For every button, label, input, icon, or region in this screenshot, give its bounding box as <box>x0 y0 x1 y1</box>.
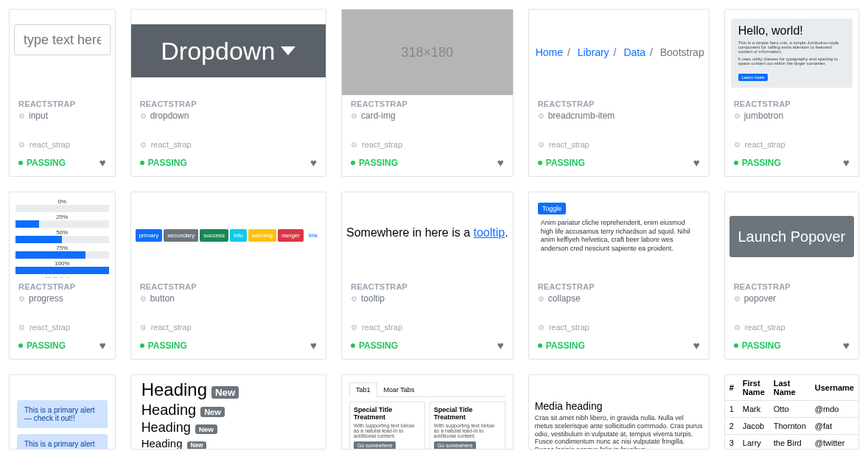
card-jumbotron[interactable]: Hello, world! This is a simple hero unit… <box>724 9 859 177</box>
panel-body: With supporting text below as a natural … <box>434 423 501 438</box>
heart-icon[interactable]: ♥ <box>99 339 106 352</box>
gear-icon: ⚙ <box>351 295 357 303</box>
gear-icon: ⚙ <box>140 112 147 120</box>
dropdown-toggle[interactable]: Dropdown <box>131 24 326 77</box>
library-label: REACTSTRAP <box>351 282 504 291</box>
gear-icon: ⚙ <box>734 324 741 332</box>
progress-track <box>15 236 109 243</box>
gear-icon: ⚙ <box>351 324 357 332</box>
table-cell: @twitter <box>811 435 858 450</box>
success-button[interactable]: success <box>200 229 228 242</box>
card-grid: REACTSTRAP ⚙input ⚙react_strap PASSING ♥… <box>9 9 859 450</box>
heading-row: Heading New <box>141 402 315 419</box>
gear-icon: ⚙ <box>538 141 545 149</box>
status-badge: PASSING <box>538 158 585 168</box>
heart-icon[interactable]: ♥ <box>99 156 106 169</box>
library-label: REACTSTRAP <box>351 99 504 108</box>
card-button[interactable]: primarysecondarysuccessinfowarningdanger… <box>130 192 326 360</box>
gear-icon: ⚙ <box>734 295 741 303</box>
gear-icon: ⚙ <box>734 112 741 120</box>
card-dropdown[interactable]: Dropdown REACTSTRAP ⚙dropdown ⚙react_str… <box>130 9 326 177</box>
heart-icon[interactable]: ♥ <box>310 156 317 169</box>
panel-title: Special Title Treatment <box>434 406 501 421</box>
alert-link[interactable]: an example link <box>40 448 94 449</box>
table-row: 3Larrythe Bird@twitter <box>725 435 858 450</box>
card-tabs[interactable]: Tab1 Moar Tabs Special Title Treatment W… <box>341 374 514 450</box>
table-cell: 2 <box>725 418 738 435</box>
author-name: react_strap <box>549 140 589 149</box>
table-row: 1MarkOtto@mdo <box>725 401 858 418</box>
tab[interactable]: Moar Tabs <box>377 382 421 396</box>
status-badge: PASSING <box>140 340 187 351</box>
go-somewhere-button[interactable]: Go somewhere <box>354 441 396 449</box>
tooltip-link[interactable]: tooltip <box>474 226 505 239</box>
table-cell: Mark <box>738 401 769 418</box>
card-media[interactable]: Media heading Cras sit amet nibh libero,… <box>528 374 710 450</box>
heart-icon[interactable]: ♥ <box>497 339 504 352</box>
table-cell: @fat <box>811 418 858 435</box>
heart-icon[interactable]: ♥ <box>310 339 317 352</box>
card-breadcrumb[interactable]: Home/ Library/ Data/ Bootstrap REACTSTRA… <box>528 9 710 177</box>
heart-icon[interactable]: ♥ <box>843 156 850 169</box>
heading-row: Heading New <box>141 437 315 449</box>
breadcrumb-link[interactable]: Home <box>536 46 563 58</box>
info-button[interactable]: info <box>230 229 247 242</box>
heart-icon[interactable]: ♥ <box>843 339 850 352</box>
progress-label: 50% <box>15 229 109 236</box>
alert-primary: This is a primary alert — check it out!! <box>17 400 108 428</box>
status-badge: PASSING <box>18 340 66 351</box>
card-collapse[interactable]: Toggle Anim pariatur cliche reprehenderi… <box>528 192 710 360</box>
table-header: Last Name <box>769 375 811 401</box>
card-card-img[interactable]: 318×180 REACTSTRAP ⚙card-img ⚙react_stra… <box>341 9 514 177</box>
library-label: REACTSTRAP <box>538 99 700 108</box>
danger-button[interactable]: danger <box>278 229 304 242</box>
preview-jumbotron: Hello, world! This is a simple hero unit… <box>725 10 858 95</box>
learn-more-button[interactable]: Learn more <box>738 74 769 81</box>
go-somewhere-button[interactable]: Go somewhere <box>434 441 476 449</box>
gear-icon: ⚙ <box>538 112 545 120</box>
card-tooltip[interactable]: Somewhere in here is a tooltip. REACTSTR… <box>341 192 514 360</box>
card-popover[interactable]: Launch Popover REACTSTRAP ⚙popover ⚙reac… <box>724 192 859 360</box>
component-name: popover <box>744 293 776 304</box>
progress-track <box>15 251 109 259</box>
heading-text: Heading <box>141 437 183 449</box>
breadcrumb-link[interactable]: Library <box>578 46 609 58</box>
gear-icon: ⚙ <box>538 295 545 303</box>
secondary-button[interactable]: secondary <box>164 229 198 242</box>
breadcrumb-link[interactable]: Data <box>623 46 645 58</box>
heart-icon[interactable]: ♥ <box>497 156 504 169</box>
table-cell: Thornton <box>769 418 811 435</box>
jumbotron-text: This is a simple hero unit, a simple Jum… <box>738 41 845 54</box>
heart-icon[interactable]: ♥ <box>693 156 700 169</box>
preview-tabs: Tab1 Moar Tabs Special Title Treatment W… <box>342 375 513 449</box>
gear-icon: ⚙ <box>18 112 25 120</box>
card-table[interactable]: #First NameLast NameUsername1MarkOtto@md… <box>724 374 859 450</box>
launch-popover-button[interactable]: Launch Popover <box>729 216 854 257</box>
toggle-button[interactable]: Toggle <box>538 203 567 214</box>
panel-body: With supporting text below as a natural … <box>354 423 421 438</box>
card-input[interactable]: REACTSTRAP ⚙input ⚙react_strap PASSING ♥ <box>9 9 116 177</box>
card-alert[interactable]: This is a primary alert — check it out!!… <box>9 374 116 450</box>
component-name: progress <box>29 293 63 304</box>
jumbotron: Hello, world! This is a simple hero unit… <box>731 18 853 88</box>
tab-bar: Tab1 Moar Tabs <box>349 382 505 397</box>
heading-text: Heading <box>141 420 191 436</box>
text-input[interactable] <box>14 24 111 55</box>
author-name: react_strap <box>745 140 785 149</box>
preview-input <box>10 10 115 95</box>
primary-button[interactable]: primary <box>136 229 163 242</box>
gear-icon: ⚙ <box>18 295 25 303</box>
preview-card-img: 318×180 <box>342 10 513 95</box>
warning-button[interactable]: warning <box>248 229 276 242</box>
link-button[interactable]: link <box>305 229 321 242</box>
tab-active[interactable]: Tab1 <box>349 382 377 397</box>
heading-text: Heading <box>141 402 197 419</box>
card-progress[interactable]: 0% 25% 50% 75% 100% Multiple bars REACTS… <box>9 192 116 360</box>
heart-icon[interactable]: ♥ <box>693 339 700 352</box>
gear-icon: ⚙ <box>18 141 25 149</box>
table-header: First Name <box>738 375 769 401</box>
table-cell: Otto <box>769 401 811 418</box>
preview-alert: This is a primary alert — check it out!!… <box>10 375 115 449</box>
library-label: REACTSTRAP <box>18 99 106 108</box>
card-badge[interactable]: Heading New Heading New Heading New Head… <box>130 374 326 450</box>
